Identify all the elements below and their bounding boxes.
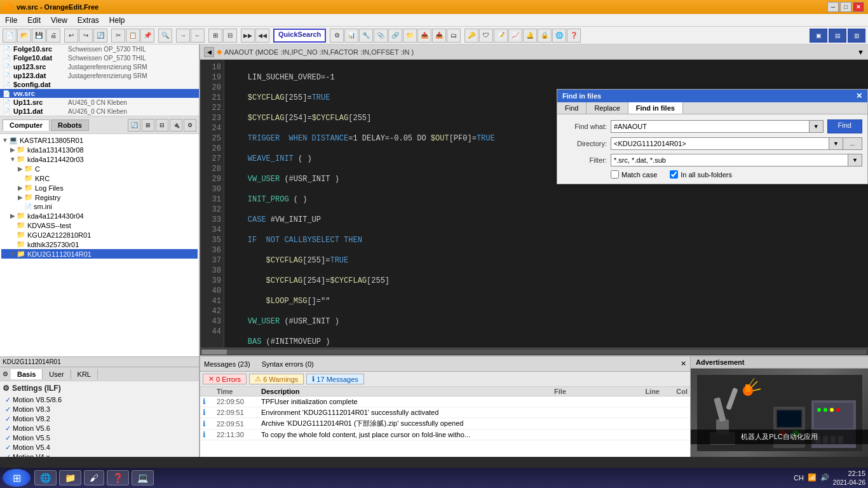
file-item-up123dat[interactable]: 📄 up123.dat Justagereferenzierung SRM (0, 71, 199, 80)
tb-icon6[interactable]: 📎 (374, 29, 388, 43)
tab-computer[interactable]: Computer (3, 119, 50, 131)
tb-icon19[interactable]: ❓ (567, 29, 581, 43)
taskbar-paint[interactable]: 🖌 (84, 470, 104, 485)
match-case-input[interactable] (611, 170, 619, 179)
tree-connect-button[interactable]: 🔌 (170, 119, 182, 132)
indent-button[interactable]: → (176, 29, 190, 43)
tb-icon18[interactable]: 🌐 (552, 29, 566, 43)
hscroll-thumb[interactable] (201, 349, 227, 355)
tree-refresh-button[interactable]: 🔄 (128, 119, 140, 132)
file-item-folge10src[interactable]: 📄 Folge10.src Schweissen OP_5730 THIL (0, 44, 199, 53)
tab-user[interactable]: User (43, 369, 71, 379)
tb-icon1[interactable]: ▶▶ (241, 29, 255, 43)
msg-row-1[interactable]: ℹ 22:09:51 Environment 'KDU2G1112014R01'… (200, 407, 690, 418)
messages-filter-button[interactable]: ℹ 17 Messages (306, 374, 363, 384)
syntax-errors-tab[interactable]: Syntax errors (0) (262, 360, 314, 368)
menu-help[interactable]: Help (104, 15, 130, 26)
unfold-button[interactable]: ⊟ (223, 29, 237, 43)
tb-icon16[interactable]: 🔔 (523, 29, 537, 43)
save-button[interactable]: 💾 (32, 29, 46, 43)
file-item-up11dat[interactable]: 📄 Up11.dat AU426_0 CN Kleben (0, 107, 199, 116)
undo-button[interactable]: ↩ (64, 29, 78, 43)
tree-node-kdvass[interactable]: 📁 KDVASS--test (1, 220, 198, 230)
tab-robots[interactable]: Robots (51, 119, 89, 131)
find-tab-findinfiles[interactable]: Find in files (628, 102, 683, 114)
directory-browse-button[interactable]: ... (843, 137, 862, 150)
quicksearch-button[interactable]: QuickSearch (273, 29, 326, 43)
directory-dropdown[interactable]: ▼ (829, 137, 843, 150)
msg-row-2[interactable]: ℹ 22:09:51 Archive 'KDU2G1112014R01 (下部涂… (200, 418, 690, 430)
messages-close-button[interactable]: ✕ (681, 360, 686, 368)
minimize-button[interactable]: ─ (827, 2, 839, 12)
tree-node-kastar[interactable]: ▼ 💻 KASTAR113805R01 (1, 135, 198, 145)
taskbar-help[interactable]: ❓ (107, 470, 129, 485)
in-subfolders-input[interactable] (670, 170, 678, 179)
tb-icon17[interactable]: 🔒 (538, 29, 552, 43)
maximize-button[interactable]: □ (840, 2, 851, 12)
settings-motion-v4x[interactable]: Motion V4.x (3, 452, 196, 457)
cut-button[interactable]: ✂ (111, 29, 125, 43)
redo-button[interactable]: ↪ (79, 29, 93, 43)
msg-row-3[interactable]: ℹ 22:11:30 To copy the whole fold conten… (200, 430, 690, 440)
file-item-up11src[interactable]: 📄 Up11.src AU426_0 CN Kleben (0, 98, 199, 107)
tree-node-kdu2g[interactable]: ▼ 📁 KDU2G1112014R01 (1, 249, 198, 259)
open-button[interactable]: 📂 (17, 29, 31, 43)
settings-motion-v56[interactable]: Motion V5.6 (3, 424, 196, 433)
tb-icon12[interactable]: 🔑 (465, 29, 478, 43)
taskbar-chrome[interactable]: 🌐 (34, 470, 57, 485)
tb-icon9[interactable]: 📤 (417, 29, 431, 43)
close-button[interactable]: ✕ (853, 2, 864, 12)
tb-icon5[interactable]: 🔧 (359, 29, 373, 43)
taskbar-vm[interactable]: 💻 (132, 470, 154, 485)
settings-motion-v55[interactable]: Motion V5.5 (3, 433, 196, 443)
file-item-vwsrc[interactable]: 📄 vw.src (0, 89, 199, 98)
messages-tab[interactable]: Messages (23) (204, 360, 250, 368)
editor-dropdown-btn[interactable]: ▼ (857, 48, 864, 56)
warnings-filter-button[interactable]: ⚠ 6 Warnings (249, 374, 304, 384)
directory-input[interactable] (611, 137, 829, 150)
file-item-folge10dat[interactable]: 📄 Folge10.dat Schweissen OP_5730 THIL (0, 53, 199, 62)
tree-expand-button[interactable]: ⊞ (142, 119, 154, 132)
find-button[interactable]: 🔍 (158, 29, 172, 43)
menu-view[interactable]: View (46, 15, 72, 26)
tree-node-krc[interactable]: 📁 KRC (1, 173, 198, 183)
find-panel-close-button[interactable]: ✕ (856, 92, 862, 100)
file-item-configdat[interactable]: 📄 $config.dat (0, 80, 199, 89)
new-button[interactable]: 📄 (3, 29, 17, 43)
tb-icon11[interactable]: 🗂 (447, 29, 461, 43)
settings-motion-v83[interactable]: Motion V8.3 (3, 405, 196, 414)
in-subfolders-checkbox[interactable]: In all sub-folders (670, 170, 732, 179)
tb-icon8[interactable]: 📁 (403, 29, 417, 43)
settings-motion-v82[interactable]: Motion V8.2 (3, 414, 196, 424)
settings-motion-v54[interactable]: Motion V5.4 (3, 443, 196, 452)
tree-node-kgu2[interactable]: 📁 KGU2A2122810R01 (1, 230, 198, 240)
find-execute-button[interactable]: Find (827, 119, 862, 133)
tree-node-kdthik[interactable]: 📁 kdthik325730r01 (1, 240, 198, 249)
view-toggle-3[interactable]: ▥ (848, 29, 865, 43)
tree-node-c[interactable]: ▶ 📁 C (1, 164, 198, 173)
tree-node-logfiles[interactable]: ▶ 📁 Log Files (1, 183, 198, 193)
outdent-button[interactable]: ← (191, 29, 205, 43)
tree-node-kda1a[interactable]: ▶ 📁 kda1a1314130r08 (1, 145, 198, 154)
editor-hscroll[interactable] (200, 348, 868, 355)
tab-krl[interactable]: KRL (71, 369, 98, 379)
find-what-dropdown[interactable]: ▼ (810, 120, 824, 133)
tb-icon15[interactable]: 📈 (508, 29, 522, 43)
tree-settings-button[interactable]: ⚙ (184, 119, 196, 132)
filter-input[interactable] (611, 154, 848, 166)
tree-node-kda4a30[interactable]: ▶ 📁 kda4a1214430r04 (1, 211, 198, 220)
menu-extras[interactable]: Extras (72, 15, 104, 26)
copy-button[interactable]: 📋 (126, 29, 140, 43)
refresh-button[interactable]: 🔄 (93, 29, 107, 43)
find-tab-replace[interactable]: Replace (587, 102, 628, 114)
find-what-input[interactable] (611, 120, 810, 133)
taskbar-folder[interactable]: 📁 (59, 470, 81, 485)
fold-button[interactable]: ⊞ (208, 29, 222, 43)
view-toggle-2[interactable]: ▤ (829, 29, 846, 43)
settings-motion-v85[interactable]: Motion V8.5/8.6 (3, 395, 196, 405)
tree-node-registry[interactable]: ▶ 📁 Registry (1, 193, 198, 202)
tb-icon7[interactable]: 🔗 (388, 29, 402, 43)
tb-icon2[interactable]: ◀◀ (255, 29, 269, 43)
tb-icon4[interactable]: 📊 (344, 29, 358, 43)
view-toggle-1[interactable]: ▣ (810, 29, 827, 43)
